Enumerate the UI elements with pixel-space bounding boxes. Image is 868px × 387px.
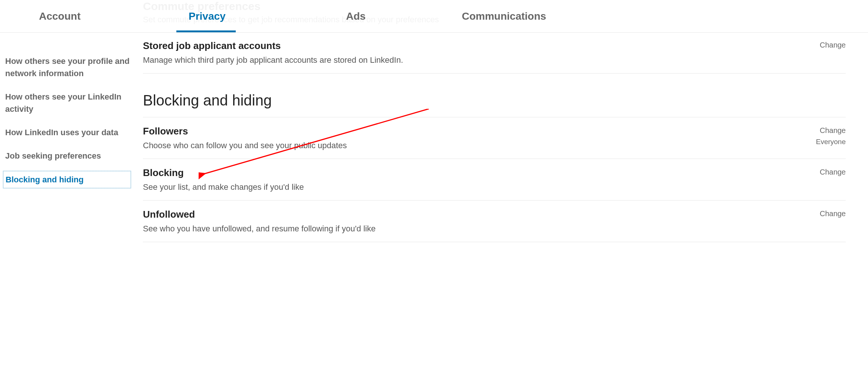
sidebar-item-job-seeking[interactable]: Job seeking preferences <box>5 144 137 168</box>
change-link[interactable]: Change <box>820 168 846 176</box>
change-link[interactable]: Change <box>816 126 846 135</box>
tab-underline <box>176 30 236 32</box>
sidebar: How others see your profile and network … <box>0 40 137 242</box>
setting-title: Followers <box>143 126 809 137</box>
content-area: How others see your profile and network … <box>0 33 868 242</box>
tab-communications[interactable]: Communications <box>462 10 546 22</box>
setting-right: Change <box>812 167 846 176</box>
setting-right: Change Everyone <box>809 126 846 146</box>
tab-account[interactable]: Account <box>39 10 81 22</box>
setting-left: Stored job applicant accounts Manage whi… <box>143 40 812 65</box>
setting-title: Unfollowed <box>143 209 812 220</box>
setting-title: Blocking <box>143 167 812 179</box>
setting-right: Change <box>812 209 846 218</box>
tab-privacy[interactable]: Privacy <box>189 10 226 22</box>
setting-desc: See who you have unfollowed, and resume … <box>143 224 812 234</box>
change-link[interactable]: Change <box>820 41 846 49</box>
setting-right: Change <box>812 40 846 49</box>
main-panel: Stored job applicant accounts Manage whi… <box>137 40 868 242</box>
setting-desc: Choose who can follow you and see your p… <box>143 141 809 150</box>
setting-value: Everyone <box>816 138 846 146</box>
setting-left: Blocking See your list, and make changes… <box>143 167 812 192</box>
tab-ads[interactable]: Ads <box>346 10 366 22</box>
setting-unfollowed[interactable]: Unfollowed See who you have unfollowed, … <box>143 201 846 242</box>
section-header-blocking-hiding: Blocking and hiding <box>143 74 846 117</box>
setting-stored-job-accounts[interactable]: Stored job applicant accounts Manage whi… <box>143 40 846 74</box>
setting-title: Stored job applicant accounts <box>143 40 812 52</box>
setting-followers[interactable]: Followers Choose who can follow you and … <box>143 117 846 159</box>
top-nav: Commute preferences Set commute preferen… <box>0 0 868 33</box>
setting-blocking[interactable]: Blocking See your list, and make changes… <box>143 159 846 201</box>
setting-desc: See your list, and make changes if you'd… <box>143 182 812 192</box>
sidebar-item-profile-visibility[interactable]: How others see your profile and network … <box>5 49 137 85</box>
sidebar-item-activity-visibility[interactable]: How others see your LinkedIn activity <box>5 85 137 121</box>
sidebar-item-data-usage[interactable]: How LinkedIn uses your data <box>5 121 137 144</box>
setting-desc: Manage which third party job applicant a… <box>143 55 812 65</box>
sidebar-item-blocking-hiding[interactable]: Blocking and hiding <box>3 171 131 188</box>
setting-left: Followers Choose who can follow you and … <box>143 126 809 150</box>
setting-left: Unfollowed See who you have unfollowed, … <box>143 209 812 234</box>
change-link[interactable]: Change <box>820 209 846 218</box>
